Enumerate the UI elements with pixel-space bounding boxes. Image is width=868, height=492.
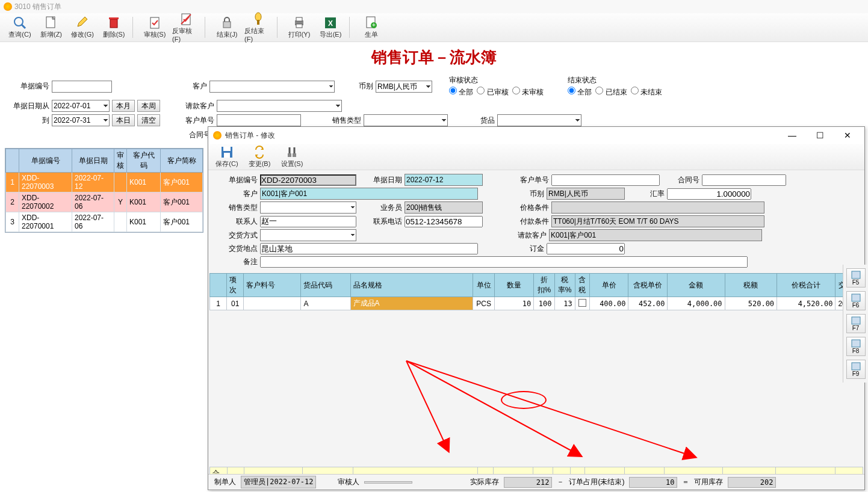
f-cust[interactable]: K001|客户001 bbox=[260, 188, 478, 200]
lock-button[interactable]: 结束(J) bbox=[212, 14, 242, 40]
f-saletype[interactable] bbox=[260, 201, 356, 214]
doc-no-input[interactable] bbox=[52, 81, 112, 93]
side-f8-button[interactable]: F8 bbox=[846, 337, 866, 356]
line-grid[interactable]: 项次客户料号货品代码品名规格单位数量折扣%税率%含税单价含税单价金额税额价税合计… bbox=[209, 273, 863, 474]
table-row[interactable]: 2XDD-220700022022-07-06YK001客户001 bbox=[6, 192, 203, 212]
close-status-label: 结束状态 bbox=[568, 75, 662, 85]
maximize-button[interactable]: ☐ bbox=[808, 128, 832, 143]
svg-rect-8 bbox=[223, 22, 231, 28]
change-icon bbox=[252, 145, 267, 159]
new-icon bbox=[44, 16, 58, 30]
f-contract[interactable] bbox=[702, 174, 786, 186]
sale-type-select[interactable] bbox=[364, 114, 448, 126]
cust-label: 客户 bbox=[183, 81, 207, 91]
f-shipaddr[interactable] bbox=[260, 243, 478, 254]
col-header[interactable]: 单价 bbox=[589, 274, 628, 297]
side-f6-button[interactable]: F6 bbox=[846, 291, 866, 310]
line-row[interactable]: 101A产成品APCS1010013400.00452.004,000.0052… bbox=[210, 297, 863, 310]
f-paycond[interactable]: TT060|月结T/T60天 EOM T/T 60 DAYS bbox=[551, 215, 764, 227]
col-header[interactable]: 单位 bbox=[473, 274, 494, 297]
col-header[interactable]: 客户料号 bbox=[244, 274, 301, 297]
dialog-footer: 制单人 管理员|2022-07-12 审核人 实际库存 212 － 订单占用(未… bbox=[208, 474, 864, 490]
cust-select[interactable] bbox=[209, 81, 335, 93]
col-header[interactable] bbox=[210, 274, 227, 297]
auditor-label: 审核人 bbox=[338, 477, 359, 487]
col-header[interactable]: 项次 bbox=[227, 274, 244, 297]
product-select[interactable] bbox=[497, 114, 581, 126]
svg-rect-28 bbox=[852, 363, 860, 370]
date-to-input[interactable]: 2022-07-31 bbox=[52, 114, 110, 126]
btn-this-month[interactable]: 本月 bbox=[112, 100, 135, 112]
f-currency[interactable]: RMB|人民币 bbox=[547, 188, 625, 200]
col-header[interactable]: 金额 bbox=[668, 274, 725, 297]
delete-button[interactable]: 删除(S) bbox=[99, 14, 129, 40]
unlock-icon bbox=[251, 12, 265, 26]
f-contact[interactable] bbox=[260, 216, 356, 227]
date-from-input[interactable]: 2022-07-01 bbox=[52, 100, 110, 112]
close-button[interactable]: ✕ bbox=[835, 128, 860, 143]
export-button[interactable]: X导出(E) bbox=[315, 14, 346, 40]
f-doc-date-label: 单据日期 bbox=[359, 175, 402, 185]
occupy-label: 订单占用(未结束) bbox=[569, 477, 624, 487]
f-doc-no-label: 单据编号 bbox=[214, 175, 258, 185]
btn-today[interactable]: 本日 bbox=[112, 114, 135, 126]
svg-rect-21 bbox=[224, 153, 230, 158]
cust-doc-input[interactable] bbox=[217, 114, 301, 126]
svg-rect-24 bbox=[852, 271, 860, 278]
query-button[interactable]: 查询(C) bbox=[5, 14, 35, 40]
dlg-setting-button[interactable]: 设置(S) bbox=[277, 145, 307, 168]
col-header[interactable]: 数量 bbox=[495, 274, 534, 297]
btn-clear[interactable]: 清空 bbox=[137, 114, 160, 126]
table-row[interactable]: 1XDD-220700032022-07-12K001客户001 bbox=[6, 173, 203, 192]
product-label: 货品 bbox=[477, 115, 495, 126]
col-header[interactable]: 折扣% bbox=[534, 274, 554, 297]
minimize-button[interactable]: — bbox=[780, 128, 804, 143]
gen-button[interactable]: +生单 bbox=[356, 14, 386, 40]
side-f7-button[interactable]: F7 bbox=[846, 314, 866, 333]
f-cust-doc[interactable] bbox=[551, 174, 660, 186]
f-ship[interactable] bbox=[260, 229, 356, 241]
dlg-change-button[interactable]: 变更(B) bbox=[244, 145, 274, 168]
col-header[interactable]: 货品代码 bbox=[301, 274, 350, 297]
svg-rect-5 bbox=[150, 17, 159, 28]
f-remark[interactable] bbox=[260, 256, 748, 268]
f-rate-label: 汇率 bbox=[627, 189, 665, 199]
col-header[interactable]: 含税 bbox=[575, 274, 589, 297]
dlg-save-button[interactable]: 保存(C) bbox=[212, 145, 242, 168]
btn-this-week[interactable]: 本周 bbox=[137, 100, 160, 112]
f-deposit[interactable] bbox=[547, 243, 625, 254]
f-salesman[interactable]: 200|销售钱 bbox=[405, 201, 483, 214]
f-rate[interactable] bbox=[667, 188, 751, 200]
cust-doc-label: 客户单号 bbox=[183, 115, 214, 126]
f-contact-label: 联系人 bbox=[214, 217, 258, 227]
maker-value: 管理员|2022-07-12 bbox=[241, 476, 316, 488]
occupy-value: 10 bbox=[629, 477, 677, 488]
f-pricecond[interactable] bbox=[551, 201, 764, 214]
save-icon bbox=[220, 145, 234, 159]
print-button[interactable]: 打印(Y) bbox=[284, 14, 314, 40]
edit-button[interactable]: 修改(G) bbox=[67, 14, 98, 40]
side-f5-button[interactable]: F5 bbox=[846, 268, 866, 288]
f-tel-label: 联系电话 bbox=[359, 217, 402, 227]
unlock-button[interactable]: 反结束(F) bbox=[243, 14, 273, 40]
svg-point-0 bbox=[14, 17, 23, 26]
side-f9-button[interactable]: F9 bbox=[846, 360, 866, 379]
new-button[interactable]: 新增(Z) bbox=[36, 14, 66, 40]
f-deposit-label: 订金 bbox=[501, 244, 544, 254]
col-header[interactable]: 税率% bbox=[554, 274, 575, 297]
po-cust-select[interactable] bbox=[217, 100, 342, 112]
col-header[interactable]: 价税合计 bbox=[777, 274, 835, 297]
f-paycust[interactable]: K001|客户001 bbox=[549, 229, 762, 241]
currency-select[interactable]: RMB|人民币 bbox=[376, 81, 432, 93]
unaudit-button[interactable]: 反审核(F) bbox=[171, 14, 201, 40]
audit-button[interactable]: 审核(S) bbox=[140, 14, 170, 40]
col-header[interactable]: 品名规格 bbox=[350, 274, 473, 297]
f-doc-date[interactable]: 2022-07-12 bbox=[405, 174, 483, 186]
col-header[interactable]: 税额 bbox=[725, 274, 777, 297]
f-tel[interactable] bbox=[405, 216, 483, 227]
col-header[interactable]: 含税单价 bbox=[628, 274, 668, 297]
unaudit-icon bbox=[179, 12, 193, 26]
table-row[interactable]: 3XDD-220700012022-07-06K001客户001 bbox=[6, 212, 203, 232]
svg-rect-13 bbox=[296, 24, 302, 28]
dialog-toolbar: 保存(C)变更(B)设置(S) bbox=[208, 144, 864, 170]
